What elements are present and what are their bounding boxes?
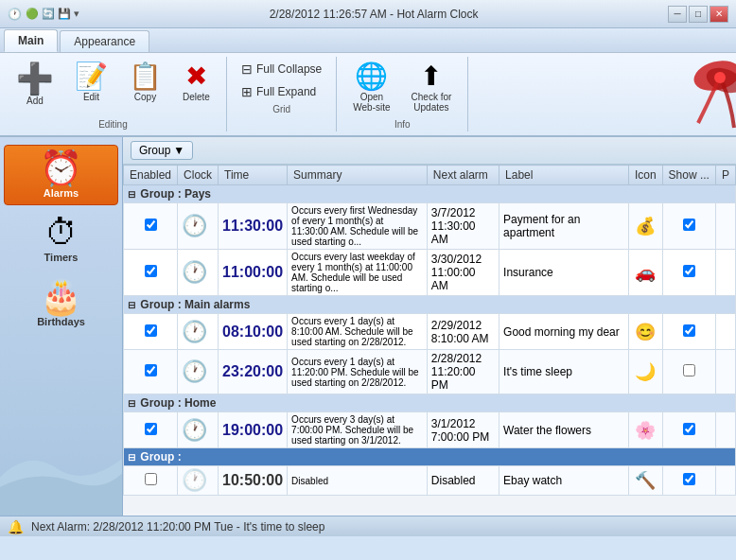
collapse-pays-icon: ⊟ (128, 189, 135, 200)
title-bar-title: 2/28/2012 11:26:57 AM - Hot Alarm Clock (79, 8, 668, 21)
table-row[interactable]: 🕐 19:00:00 Occurs every 3 day(s) at 7:00… (124, 412, 736, 448)
show-cell[interactable] (662, 314, 715, 350)
show-cell[interactable] (662, 466, 715, 496)
show-cell[interactable] (662, 412, 715, 448)
group-label: Group (139, 144, 170, 157)
enabled-cell[interactable] (124, 466, 178, 496)
copy-button[interactable]: 📋 Copy (120, 59, 170, 107)
ribbon-bow (660, 57, 736, 137)
table-header-row: Enabled Clock Time Summary Next alarm La… (124, 166, 736, 185)
grid-label: Grid (272, 104, 290, 114)
title-bar-left: 🕐 🟢 🔄 💾 ▾ (8, 8, 79, 21)
p-cell (715, 314, 735, 350)
tab-bar: Main Appearance (0, 28, 736, 53)
enabled-checkbox[interactable] (145, 265, 157, 277)
show-cell[interactable] (662, 203, 715, 250)
show-cell[interactable] (662, 250, 715, 296)
col-time: Time (219, 166, 288, 185)
time-cell: 19:00:00 (219, 412, 288, 448)
alarm-icon-cell: 🚗 (628, 250, 662, 296)
table-row[interactable]: 🕐 23:20:00 Occurs every 1 day(s) at 11:2… (124, 350, 736, 394)
time-cell: 11:00:00 (219, 250, 288, 296)
enabled-cell[interactable] (124, 250, 178, 296)
enabled-checkbox[interactable] (145, 324, 157, 337)
enabled-cell[interactable] (124, 412, 178, 448)
next-alarm-cell: 2/28/201211:20:00 PM (427, 350, 499, 394)
table-row[interactable]: 🕐 10:50:00 Disabled Disabled Ebay watch … (124, 466, 736, 496)
enabled-cell[interactable] (124, 203, 178, 250)
close-button[interactable]: ✕ (710, 6, 728, 23)
enabled-cell[interactable] (124, 350, 178, 394)
clock-face-icon: 🕐 (182, 418, 207, 442)
group-row-home[interactable]: ⊟ Group : Home (124, 394, 736, 412)
restore-button[interactable]: □ (689, 6, 708, 23)
enabled-checkbox[interactable] (145, 473, 157, 485)
p-cell (715, 466, 735, 496)
alarm-icon-cell: 😊 (628, 314, 662, 350)
edit-icon: 📝 (75, 63, 108, 90)
p-cell (715, 250, 735, 296)
clock-cell: 🕐 (178, 314, 219, 350)
enabled-checkbox[interactable] (145, 364, 157, 376)
copy-label: Copy (134, 92, 156, 102)
table-scroll[interactable]: Enabled Clock Time Summary Next alarm La… (123, 165, 736, 516)
ribbon-grid-section: ⊟ Full Collapse ⊞ Full Expand Grid (227, 57, 337, 131)
full-expand-button[interactable]: ⊞ Full Expand (235, 81, 328, 102)
clock-cell: 🕐 (178, 350, 219, 394)
table-row[interactable]: 🕐 11:00:00 Occurs every last weekday of … (124, 250, 736, 296)
clock-face-icon: 🕐 (182, 468, 207, 492)
alarm-icon-cell: 🌸 (628, 412, 662, 448)
ribbon-editing-section: ➕ Add 📝 Edit 📋 Copy ✖ Delete Editing (0, 57, 227, 131)
show-checkbox[interactable] (683, 324, 695, 337)
sidebar-item-birthdays[interactable]: 🎂 Birthdays (4, 273, 118, 334)
show-checkbox[interactable] (683, 219, 695, 231)
tab-main[interactable]: Main (4, 29, 58, 52)
alarm-icon-cell: 💰 (628, 203, 662, 250)
full-collapse-button[interactable]: ⊟ Full Collapse (235, 59, 328, 79)
sidebar-item-timers[interactable]: ⏱ Timers (4, 209, 118, 270)
open-website-button[interactable]: 🌐 OpenWeb-site (344, 59, 398, 117)
minimize-button[interactable]: ─ (668, 6, 687, 23)
clock-face-icon: 🕐 (182, 359, 207, 383)
delete-button[interactable]: ✖ Delete (174, 59, 219, 107)
add-icon: ➕ (16, 63, 54, 94)
show-checkbox[interactable] (683, 265, 695, 277)
col-enabled: Enabled (124, 166, 178, 185)
label-cell: It's time sleep (499, 350, 629, 394)
edit-label: Edit (83, 92, 99, 102)
group-row-pays[interactable]: ⊟ Group : Pays (124, 185, 736, 203)
table-row[interactable]: 🕐 11:30:00 Occurs every first Wednesday … (124, 203, 736, 250)
timer-icon: ⏱ (44, 216, 79, 250)
show-checkbox[interactable] (683, 473, 695, 485)
enabled-cell[interactable] (124, 314, 178, 350)
col-summary: Summary (288, 166, 428, 185)
delete-label: Delete (183, 92, 210, 102)
table-row[interactable]: 🕐 08:10:00 Occurs every 1 day(s) at 8:10… (124, 314, 736, 350)
copy-icon: 📋 (129, 63, 162, 90)
add-label: Add (26, 96, 44, 106)
alarm-icon: ⏰ (40, 151, 82, 185)
col-show: Show ... (662, 166, 715, 185)
group-button[interactable]: Group ▼ (131, 141, 193, 160)
quick-access-icons: 🟢 🔄 💾 ▾ (26, 8, 79, 20)
p-cell (715, 350, 735, 394)
clock-face-icon: 🕐 (182, 320, 207, 343)
enabled-checkbox[interactable] (145, 423, 157, 435)
ribbon-decoration-area (468, 57, 736, 131)
main-content: ⏰ Alarms ⏱ Timers 🎂 Birthdays Group ▼ E (0, 137, 736, 516)
check-updates-button[interactable]: ⬆ Check forUpdates (403, 59, 461, 117)
enabled-checkbox[interactable] (145, 219, 157, 231)
group-row-empty[interactable]: ⊟ Group : (124, 448, 736, 466)
add-button[interactable]: ➕ Add (8, 59, 62, 111)
show-cell[interactable] (662, 350, 715, 394)
group-pays-label: ⊟ Group : Pays (124, 185, 736, 203)
edit-button[interactable]: 📝 Edit (66, 59, 116, 107)
title-bar-controls: ─ □ ✕ (668, 6, 728, 23)
show-checkbox[interactable] (683, 364, 695, 376)
show-checkbox[interactable] (683, 423, 695, 435)
summary-cell: Occurs every first Wednesday of every 1 … (288, 203, 428, 250)
clock-cell: 🕐 (178, 203, 219, 250)
sidebar-item-alarms[interactable]: ⏰ Alarms (4, 145, 118, 205)
group-row-main-alarms[interactable]: ⊟ Group : Main alarms (124, 296, 736, 314)
tab-appearance[interactable]: Appearance (60, 30, 149, 52)
